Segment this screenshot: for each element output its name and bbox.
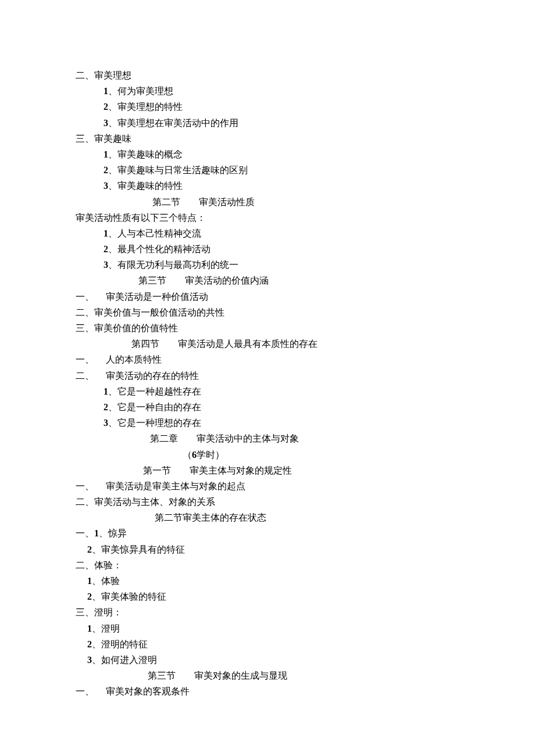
line-suffix: 、审美理想的特性 [108, 102, 183, 112]
text-line: 2、审美理想的特性 [76, 99, 459, 114]
line-bold: 1 [87, 576, 92, 586]
line-prefix: （ [76, 450, 192, 460]
text-line: 3、审美趣味的特性 [76, 178, 459, 194]
line-bold: 2 [104, 165, 108, 175]
text-line: 2、最具个性化的精神活动 [76, 241, 459, 257]
line-suffix: 、它是一种自由的存在 [108, 402, 201, 412]
line-prefix: 第三节 审美对象的生成与显现 [76, 671, 287, 680]
line-prefix [76, 639, 87, 649]
line-bold: 2 [104, 402, 108, 412]
text-line: （6学时） [76, 447, 459, 463]
text-line: 2、审美惊异具有的特征 [76, 542, 459, 557]
line-suffix: 、澄明 [92, 624, 120, 633]
text-line: 1、澄明 [76, 621, 459, 636]
line-suffix: 、有限无功利与最高功利的统一 [108, 260, 238, 270]
text-line: 1、审美趣味的概念 [76, 146, 459, 162]
text-line: 第二节 审美活动性质 [76, 194, 459, 210]
text-line: 2、审美趣味与日常生活趣味的区别 [76, 162, 459, 178]
line-prefix: 二、审美价值与一般价值活动的共性 [76, 307, 224, 317]
line-prefix: 第四节 审美活动是人最具有本质性的存在 [76, 339, 318, 349]
line-prefix [76, 228, 104, 238]
text-line: 二、 审美活动的存在的特性 [76, 368, 459, 384]
line-suffix: 学时） [197, 450, 224, 460]
line-prefix [76, 149, 104, 159]
document-page: 二、审美理想 1、何为审美理想 2、审美理想的特性 3、审美理想在审美活动中的作… [0, 0, 535, 734]
line-prefix: 二、 审美活动的存在的特性 [76, 371, 199, 381]
text-line: 3、它是一种理想的存在 [76, 415, 459, 431]
line-prefix: 一、 审美对象的客观条件 [76, 686, 190, 696]
line-prefix [76, 576, 87, 586]
text-line: 2、它是一种自由的存在 [76, 399, 459, 415]
text-line: 3、如何进入澄明 [76, 652, 459, 668]
line-bold: 2 [87, 592, 92, 601]
line-prefix: 一、 人的本质特性 [76, 354, 162, 364]
line-prefix [76, 102, 104, 112]
text-line: 1、人与本己性精神交流 [76, 225, 459, 241]
text-line: 第四节 审美活动是人最具有本质性的存在 [76, 336, 459, 352]
text-line: 3、有限无功利与最高功利的统一 [76, 257, 459, 273]
line-suffix: 、何为审美理想 [108, 86, 173, 96]
text-line: 三、澄明： [76, 604, 459, 620]
line-bold: 1 [104, 386, 108, 396]
line-prefix: 第二章 审美活动中的主体与对象 [76, 433, 299, 443]
text-line: 3、审美理想在审美活动中的作用 [76, 115, 459, 131]
text-line: 第一节 审美主体与对象的规定性 [76, 463, 459, 478]
line-suffix: 、审美趣味的特性 [108, 181, 183, 191]
line-prefix [76, 592, 87, 601]
line-suffix: 、人与本己性精神交流 [108, 228, 201, 238]
line-prefix: 三、澄明： [76, 607, 122, 617]
line-suffix: 、审美趣味的概念 [108, 149, 183, 159]
text-line: 一、1、惊异 [76, 525, 459, 541]
text-line: 1、何为审美理想 [76, 83, 459, 99]
line-prefix [76, 544, 87, 554]
line-prefix: 审美活动性质有以下三个特点： [76, 213, 206, 223]
line-prefix: 二、审美活动与主体、对象的关系 [76, 497, 215, 507]
line-prefix [76, 655, 87, 665]
line-bold: 3 [87, 655, 92, 665]
line-prefix: 二、审美理想 [76, 70, 131, 80]
line-bold: 3 [104, 260, 108, 270]
line-prefix [76, 624, 87, 633]
text-line: 二、审美价值与一般价值活动的共性 [76, 304, 459, 320]
line-bold: 1 [104, 228, 108, 238]
text-line: 三、审美趣味 [76, 131, 459, 146]
text-line: 2、澄明的特征 [76, 636, 459, 652]
line-prefix: 第三节 审美活动的价值内涵 [76, 275, 269, 285]
text-line: 第三节 审美对象的生成与显现 [76, 668, 459, 683]
line-prefix: 一、 审美活动是审美主体与对象的起点 [76, 481, 245, 491]
text-line: 二、审美活动与主体、对象的关系 [76, 494, 459, 510]
line-prefix [76, 402, 104, 412]
line-suffix: 、澄明的特征 [92, 639, 148, 649]
line-prefix: 第二节 审美活动性质 [76, 197, 255, 207]
line-prefix: 第二节审美主体的存在状态 [76, 513, 266, 522]
line-suffix: 、体验 [92, 576, 120, 586]
line-prefix: 第一节 审美主体与对象的规定性 [76, 465, 292, 475]
line-bold: 1 [94, 528, 99, 538]
text-line: 一、 审美活动是一种价值活动 [76, 289, 459, 304]
line-prefix [76, 386, 104, 396]
line-bold: 1 [104, 149, 108, 159]
text-line: 1、体验 [76, 573, 459, 589]
line-bold: 3 [104, 118, 108, 128]
line-suffix: 、审美理想在审美活动中的作用 [108, 118, 238, 128]
text-line: 三、审美价值的价值特性 [76, 320, 459, 336]
line-prefix [76, 244, 104, 254]
line-suffix: 、它是一种超越性存在 [108, 386, 201, 396]
line-suffix: 、惊异 [99, 528, 127, 538]
line-prefix [76, 165, 104, 175]
line-bold: 6 [192, 450, 197, 460]
line-prefix [76, 418, 104, 428]
text-line: 一、 人的本质特性 [76, 352, 459, 367]
line-bold: 3 [104, 181, 108, 191]
line-bold: 2 [87, 639, 92, 649]
text-line: 审美活动性质有以下三个特点： [76, 210, 459, 225]
line-suffix: 、如何进入澄明 [92, 655, 157, 665]
line-bold: 2 [104, 102, 108, 112]
line-bold: 2 [87, 544, 92, 554]
line-prefix [76, 86, 104, 96]
line-suffix: 、审美惊异具有的特征 [92, 544, 185, 554]
line-prefix [76, 181, 104, 191]
line-suffix: 、审美体验的特征 [92, 592, 166, 601]
text-line: 1、它是一种超越性存在 [76, 384, 459, 399]
line-prefix: 一、 [76, 528, 94, 538]
